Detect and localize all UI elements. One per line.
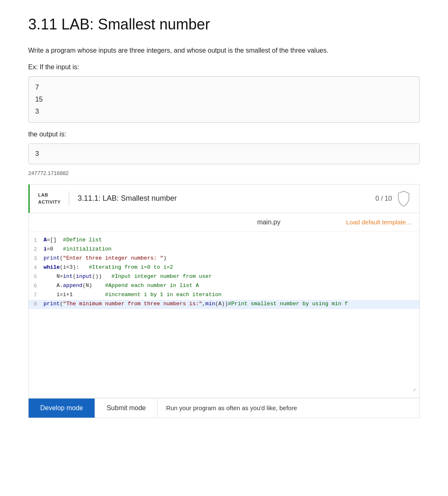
example-input-box: 7 15 3 [28,76,420,123]
bottom-note: Run your program as often as you'd like,… [158,404,419,413]
lab-activity-bar: LAB ACTIVITY 3.11.1: LAB: Smallest numbe… [28,184,420,213]
line-num-1: 1 [29,236,42,245]
example-label: Ex: If the input is: [28,62,420,72]
line-num-4: 4 [29,263,42,272]
activity-label: ACTIVITY [38,199,61,206]
output-label: the output is: [28,129,420,139]
example-output-value: 3 [35,150,39,157]
example-input-line-3: 3 [35,106,413,118]
code-editor[interactable]: 1 A=[] #Define list 2 i=0 #initializatio… [29,232,419,398]
line-num-6: 6 [29,282,42,290]
score-text: 0 / 10 [375,194,392,204]
activity-title: 3.11.1: LAB: Smallest number [78,193,375,204]
develop-mode-button[interactable]: Develop mode [29,399,95,418]
code-line-5: 5 N=int(input()) #Input integer number f… [29,272,419,282]
line-num-2: 2 [29,245,42,254]
line-content-8: print("The minimum number from three num… [42,300,419,308]
submit-mode-button[interactable]: Submit mode [95,399,158,418]
description: Write a program whose inputs are three i… [28,46,420,56]
code-line-7: 7 i=i+1 #increament i by 1 in each itera… [29,291,419,300]
lab-label: LAB [38,192,61,199]
code-header: main.py Load default template... [29,213,419,232]
resize-handle[interactable]: ⇗ [413,386,416,394]
code-line-3: 3 print("Enter three integer numbers: ") [29,254,419,263]
example-input-line-1: 7 [35,82,413,94]
line-num-3: 3 [29,254,42,263]
code-line-2: 2 i=0 #initialization [29,245,419,254]
example-input-line-2: 15 [35,94,413,106]
line-num-7: 7 [29,291,42,299]
line-content-4: while(i<3): #Iterating from i=0 to i=2 [42,263,419,272]
line-content-7: i=i+1 #increament i by 1 in each iterati… [42,291,419,299]
bottom-bar: Develop mode Submit mode Run your progra… [28,398,420,418]
line-num-8: 8 [29,300,42,309]
line-content-6: A.append(N) #Append each number in list … [42,282,419,290]
code-line-8: 8 print("The minimum number from three n… [29,300,419,309]
code-line-4: 4 while(i<3): #Iterating from i=0 to i=2 [29,263,419,272]
line-content-3: print("Enter three integer numbers: ") [42,254,419,263]
code-line-1: 1 A=[] #Define list [29,236,419,245]
example-output-box: 3 [28,143,420,164]
code-panel: main.py Load default template... 1 A=[] … [28,213,420,398]
line-content-2: i=0 #initialization [42,245,419,253]
score-area: 0 / 10 [375,190,411,207]
line-content-5: N=int(input()) #Input integer number fro… [42,272,419,281]
divider [69,191,69,206]
lab-activity-label: LAB ACTIVITY [38,192,61,205]
line-content-1: A=[] #Define list [42,236,419,244]
activity-id: 247772.1716882 [28,169,420,177]
line-num-5: 5 [29,272,42,281]
code-line-6: 6 A.append(N) #Append each number in lis… [29,282,419,291]
load-template-button[interactable]: Load default template... [346,219,411,226]
shield-icon [396,190,411,207]
page-wrapper: 3.11 LAB: Smallest number Write a progra… [8,0,440,435]
page-title: 3.11 LAB: Smallest number [28,13,420,36]
filename: main.py [192,217,346,227]
